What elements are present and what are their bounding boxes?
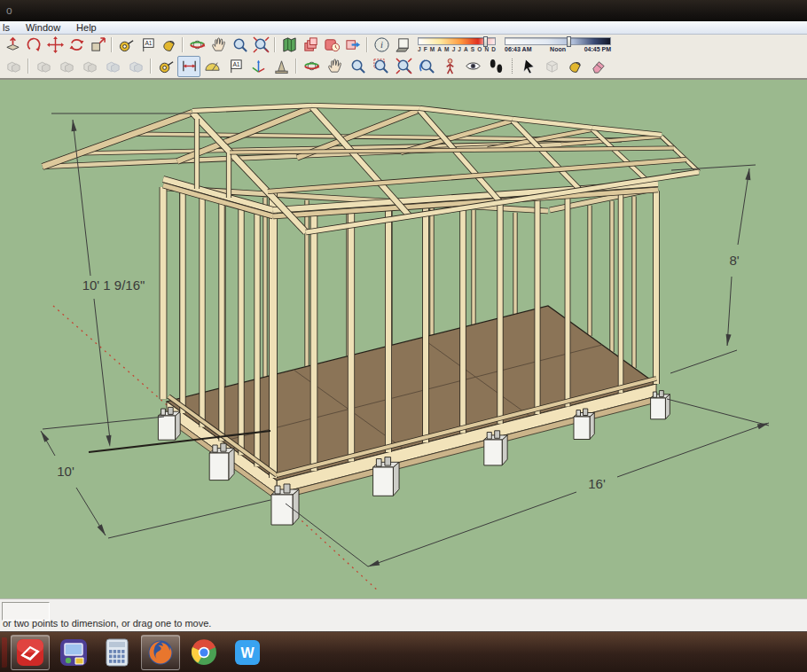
dim-label-wall-height[interactable]: 8': [729, 253, 739, 268]
dimension-icon[interactable]: [177, 56, 200, 77]
toolbar-separator: [295, 59, 297, 74]
zoom-icon[interactable]: [229, 35, 250, 54]
rotate-icon[interactable]: [66, 35, 87, 54]
month-letter: M: [430, 46, 435, 52]
month-letter: J: [458, 46, 461, 52]
shadow-time-slider-track[interactable]: [505, 37, 611, 45]
model-canvas[interactable]: 10' 1 9/16" 8' 10' 16': [0, 80, 807, 598]
solid-subtract-icon[interactable]: [55, 56, 78, 77]
title-bar: o: [0, 0, 807, 21]
svg-text:A1: A1: [145, 40, 152, 46]
eraser-icon[interactable]: [586, 56, 609, 77]
status-hint: or two points to dimension, or drag one …: [3, 618, 211, 629]
taskbar-sketchup-icon[interactable]: [11, 635, 50, 670]
toggle-terrain-icon[interactable]: [300, 35, 321, 54]
time-noon-label: Noon: [550, 46, 566, 52]
position-camera-icon[interactable]: [438, 56, 461, 77]
solid-union-icon[interactable]: [32, 56, 55, 77]
month-letter: N: [484, 46, 489, 52]
3d-text-icon[interactable]: [270, 56, 293, 77]
model-viewport[interactable]: 10' 1 9/16" 8' 10' 16': [0, 80, 807, 598]
text-icon[interactable]: A1: [137, 35, 158, 54]
paint-bucket-icon[interactable]: [158, 35, 179, 54]
dim-label-width[interactable]: 10': [57, 464, 74, 479]
shadow-month-slider-handle[interactable]: [483, 36, 488, 47]
toolbar-row-2: A1: [0, 54, 807, 80]
toolbar-separator: [366, 37, 368, 52]
toolbar-row-1: A1iJFMAMJJASOND06:43 AMNoon04:45 PM: [0, 35, 807, 54]
dim-label-length[interactable]: 16': [588, 476, 606, 491]
zoom-2-icon[interactable]: [346, 56, 369, 77]
pan-icon[interactable]: [208, 35, 229, 54]
protractor-icon[interactable]: [200, 56, 223, 77]
tape-measure-2-icon[interactable]: [154, 56, 177, 77]
select-icon[interactable]: [517, 56, 540, 77]
push-pull-icon[interactable]: [2, 35, 23, 54]
shadow-time-slider-handle[interactable]: [567, 36, 571, 47]
svg-text:i: i: [380, 40, 383, 50]
make-component-icon[interactable]: [540, 56, 563, 77]
month-letter: D: [491, 46, 496, 52]
share-model-icon[interactable]: [342, 35, 364, 54]
window-title-fragment: o: [6, 4, 12, 17]
month-letter: F: [424, 46, 427, 52]
shadow-time-slider-labels: 06:43 AMNoon04:45 PM: [505, 46, 611, 52]
menu-item-window[interactable]: Window: [18, 22, 68, 33]
axes-icon[interactable]: [247, 56, 270, 77]
shadow-time-slider[interactable]: 06:43 AMNoon04:45 PM: [505, 37, 611, 52]
solid-intersect-icon[interactable]: [101, 56, 124, 77]
svg-text:W: W: [240, 645, 255, 660]
taskbar-chrome-icon[interactable]: [184, 635, 223, 670]
zoom-extents-icon[interactable]: [250, 35, 271, 54]
month-letter: O: [477, 46, 482, 52]
follow-me-icon[interactable]: [23, 35, 44, 54]
solid-split-icon[interactable]: [124, 56, 147, 77]
dim-label-ridge-height[interactable]: 10' 1 9/16": [82, 277, 145, 293]
status-bar: or two points to dimension, or drag one …: [0, 598, 807, 631]
time-end-label: 04:45 PM: [584, 46, 611, 52]
month-letter: A: [437, 46, 442, 52]
shadow-toggle-icon[interactable]: [392, 35, 413, 54]
toolbar-separator: [274, 37, 276, 52]
text-2-icon[interactable]: A1: [223, 56, 247, 77]
month-letter: S: [471, 46, 474, 52]
move-icon[interactable]: [44, 35, 66, 54]
look-around-icon[interactable]: [461, 56, 484, 77]
month-letter: A: [464, 46, 468, 52]
scale-icon[interactable]: [87, 35, 108, 54]
paint-bucket-2-icon[interactable]: [563, 56, 586, 77]
add-location-icon[interactable]: [278, 35, 300, 54]
photo-textures-icon[interactable]: [321, 35, 342, 54]
solid-trim-icon[interactable]: [78, 56, 101, 77]
toolbar-separator: [150, 59, 152, 74]
tape-measure-icon[interactable]: [115, 35, 137, 54]
zoom-extents-2-icon[interactable]: [392, 56, 415, 77]
outer-shell-icon[interactable]: [2, 56, 25, 77]
month-letter: J: [452, 46, 456, 52]
pan-2-icon[interactable]: [323, 56, 346, 77]
windows-taskbar: W: [0, 631, 807, 672]
sketchup-window: o ls Window Help A1iJFMAMJJASOND06:43 AM…: [0, 0, 807, 672]
taskbar-firefox-icon[interactable]: [141, 635, 180, 670]
toolbar-separator: [512, 59, 513, 74]
shadow-settings-icon[interactable]: i: [371, 35, 392, 54]
taskbar-games-explorer-icon[interactable]: [54, 635, 93, 670]
taskbar-calculator-icon[interactable]: [98, 635, 137, 670]
walk-icon[interactable]: [484, 56, 507, 77]
orbit-icon[interactable]: [186, 35, 208, 54]
toolbar-separator: [111, 37, 113, 52]
toolbar-separator: [27, 59, 29, 74]
menu-item-help[interactable]: Help: [68, 22, 105, 33]
taskbar-wps-writer-icon[interactable]: W: [228, 635, 267, 670]
shadow-month-slider-labels: JFMAMJJASOND: [418, 46, 496, 52]
menu-item-tools[interactable]: ls: [0, 22, 18, 33]
orbit-2-icon[interactable]: [300, 56, 323, 77]
month-letter: M: [444, 46, 449, 52]
zoom-window-icon[interactable]: [369, 56, 392, 77]
month-letter: J: [418, 46, 421, 52]
toolbar-separator: [182, 37, 184, 52]
shadow-month-slider[interactable]: JFMAMJJASOND: [418, 37, 496, 52]
svg-text:A1: A1: [232, 61, 239, 67]
taskbar-edge-icon[interactable]: [2, 637, 7, 668]
zoom-previous-icon[interactable]: [415, 56, 438, 77]
